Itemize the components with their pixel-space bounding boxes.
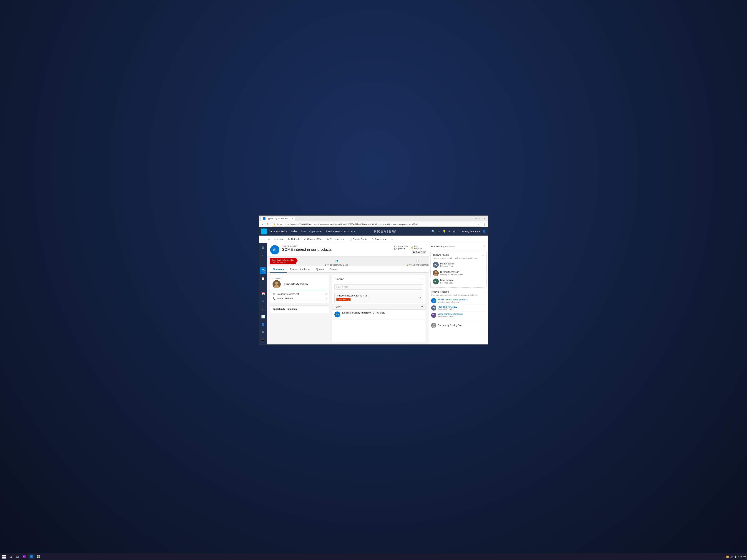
network-icon[interactable]: 📶: [726, 556, 729, 558]
email-sender: Nancy Anderson: [354, 312, 371, 314]
est-close-date-value: 8/19/2017: [394, 248, 408, 250]
close-lost-icon: ⊘: [327, 238, 329, 241]
question-icon[interactable]: ?: [458, 230, 460, 233]
past-due-badge[interactable]: Past due (1): [336, 298, 351, 301]
sidebar-item-settings[interactable]: ⚙: [260, 329, 266, 335]
email-icon: ✉: [273, 293, 276, 295]
sidebar-item-more[interactable]: ···: [260, 260, 266, 266]
sidebar-item-phone[interactable]: 📞: [260, 306, 266, 312]
clock-time: 6:35 AM: [739, 556, 746, 558]
main-content: ☰ ⌂ ··· 📋 📅 ✉ 📞 📊 👤 ⚙ 📱: [259, 243, 488, 344]
today-chevron-icon[interactable]: ∨: [421, 305, 423, 308]
si-name[interactable]: SOME interest in our products: [438, 298, 468, 301]
nav-module-sales[interactable]: Sales: [289, 230, 299, 233]
tab-product-line-items[interactable]: Product Line Items: [287, 266, 313, 273]
bookmark-icon[interactable]: ☆: [477, 223, 479, 226]
close-won-button[interactable]: ✓ Close as Won: [302, 237, 324, 242]
record-meta-close-date: Est. Close Date 8/19/2017: [382, 245, 408, 251]
humberto-name: Humberto Acevedo: [440, 271, 463, 273]
tab-close-icon[interactable]: ×: [292, 217, 293, 220]
minimize-button[interactable]: —: [474, 217, 478, 220]
close-button[interactable]: ×: [483, 217, 487, 220]
sidebar-item-home[interactable]: ⌂: [260, 252, 266, 259]
sidebar-item-list[interactable]: [260, 283, 266, 289]
breadcrumb-root[interactable]: Sales: [301, 230, 306, 233]
sidebar-item-reports[interactable]: 📊: [260, 314, 266, 320]
phone-action-icon[interactable]: ↗: [325, 297, 327, 300]
humberto-detail: Meeting scheduled today: [440, 273, 463, 275]
est-revenue-value[interactable]: $35,907.40: [411, 250, 426, 254]
breadcrumb-current: SOME interest in our products: [326, 230, 355, 233]
sitemap-icon[interactable]: ⊕: [266, 237, 272, 242]
taskbar-app-chrome[interactable]: [35, 554, 42, 559]
hamburger-icon[interactable]: ☰: [260, 237, 266, 242]
more-options-icon[interactable]: ···: [390, 237, 395, 242]
tab-related[interactable]: Related: [327, 266, 341, 273]
search-icon[interactable]: 🔍: [431, 230, 435, 233]
cortana-button[interactable]: ⊙: [8, 554, 14, 559]
missed-close-icon[interactable]: ×: [419, 296, 421, 299]
follow-icon[interactable]: ☆: [438, 230, 440, 233]
note-input[interactable]: Enter a note...: [334, 285, 423, 290]
start-button[interactable]: [1, 554, 7, 559]
refresh-button[interactable]: ↻ Refresh: [286, 237, 302, 242]
rel-close-icon[interactable]: ×: [484, 245, 486, 248]
rel-person-brian: BL Brian LaMee Followed Lead: [433, 277, 484, 286]
dynamics-brand[interactable]: Dynamics 365 ▼: [268, 230, 288, 233]
sidebar-item-records[interactable]: 📋: [260, 275, 266, 282]
restore-button[interactable]: ❐: [479, 217, 482, 220]
close-won-label: Close as Won: [307, 238, 322, 241]
tab-summary[interactable]: Summary: [270, 266, 287, 273]
tab-quotes[interactable]: Quotes: [313, 266, 327, 273]
app-container: Dynamics 365 ▼ Sales Sales › Opportuniti…: [259, 228, 488, 344]
volume-icon[interactable]: 🔊: [730, 556, 733, 558]
browser-tab[interactable]: Opportunity: SOME inte... ×: [260, 216, 295, 220]
task-view-button[interactable]: ❑: [15, 554, 20, 559]
ps-detail: Recently Modified: [438, 308, 457, 310]
process-stage-label: Opportunity to Invoice Sa... Active for:…: [272, 259, 294, 263]
email-action-icon[interactable]: ↗: [325, 293, 327, 295]
svg-rect-1: [262, 285, 264, 285]
todays-records-more-icon[interactable]: ···: [484, 291, 486, 294]
user-icon[interactable]: 👤: [483, 230, 486, 233]
add-icon[interactable]: +: [448, 230, 450, 234]
close-lost-button[interactable]: ⊘ Close as Lost: [325, 237, 346, 242]
sidebar-item-contacts[interactable]: 👤: [260, 321, 266, 327]
sidebar-item-calendar[interactable]: 📅: [260, 290, 266, 297]
sidebar-item-email[interactable]: ✉: [260, 298, 266, 304]
timeline-add-button[interactable]: +: [421, 277, 423, 281]
settings-icon[interactable]: ⚙: [453, 230, 456, 233]
battery-icon[interactable]: 🔋: [735, 556, 737, 558]
contact-label: CONTACT: [273, 277, 327, 279]
user-name[interactable]: Nancy Anderson: [462, 230, 480, 233]
patrick-detail: Followed Lead: [440, 265, 455, 267]
sidebar-item-sales[interactable]: [260, 267, 266, 274]
sidebar-item-menu[interactable]: ☰: [260, 244, 266, 251]
system-tray-arrow[interactable]: ∧: [723, 556, 725, 558]
breadcrumb-level2[interactable]: Opportunities: [309, 230, 323, 233]
back-button[interactable]: ‹: [260, 222, 265, 226]
process-dot-active: [336, 260, 338, 262]
sidebar-item-mobile[interactable]: 📱: [260, 337, 266, 343]
refresh-button[interactable]: ↻: [266, 222, 271, 226]
address-bar[interactable]: 🔒 Secure | https://prevsales7700803001.c…: [272, 222, 481, 226]
new-button[interactable]: + + New: [272, 237, 285, 242]
taskbar-app-visual-studio[interactable]: VS: [21, 554, 27, 559]
taskbar-app-browser[interactable]: IE: [28, 554, 34, 559]
phone-icon: 📞: [273, 297, 276, 300]
rel-title: Relationship Assistant: [431, 245, 455, 248]
help-icon[interactable]: 💡: [443, 230, 446, 233]
tab-product-line-items-label: Product Line Items: [290, 268, 310, 271]
top-navigation: Dynamics 365 ▼ Sales Sales › Opportuniti…: [259, 228, 488, 236]
create-quote-button[interactable]: 📄 Create Quote: [347, 237, 369, 242]
patrick-avatar: PS: [433, 262, 439, 268]
todays-people-more-icon[interactable]: ···: [482, 254, 484, 257]
missed-text[interactable]: What you missed(Click To Filter): [336, 294, 368, 297]
vh-name[interactable]: Video Hardware Upgrade: [438, 313, 463, 315]
process-stage-arrow[interactable]: Opportunity to Invoice Sa... Active for:…: [270, 258, 296, 264]
browser-addressbar: ‹ ↻ 🔒 Secure | https://prevsales77008030…: [259, 221, 488, 227]
browser-menu-button[interactable]: ⋮: [482, 222, 487, 226]
breadcrumb-sep-1: ›: [308, 230, 308, 233]
process-button[interactable]: ⟳ Process ▼: [370, 237, 388, 242]
ps-name[interactable]: Product SKU JJ202: [438, 305, 457, 308]
